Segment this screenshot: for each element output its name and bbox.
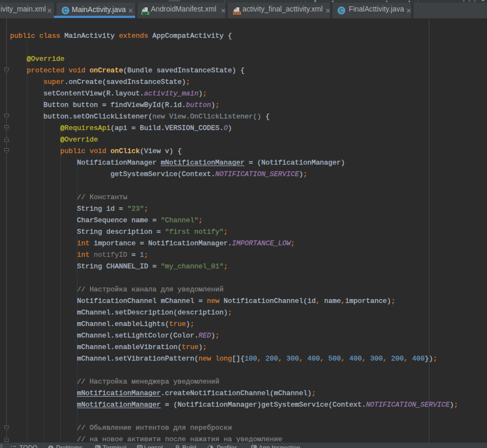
svg-text:C: C — [63, 7, 68, 14]
svg-text:MF: MF — [142, 11, 148, 15]
svg-text:C: C — [339, 7, 344, 14]
